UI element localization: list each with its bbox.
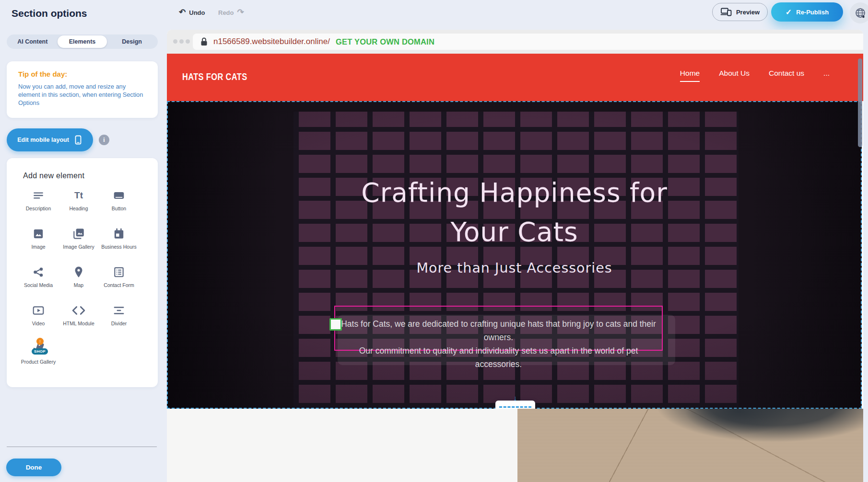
site-nav: Home About Us Contact us ... [680,69,830,82]
next-section-background [167,409,517,482]
element-label: Image Gallery [63,244,94,250]
add-element-map[interactable]: Map [59,264,99,303]
get-domain-link[interactable]: GET YOUR OWN DOMAIN [336,37,434,46]
add-element-image-gallery[interactable]: Image Gallery [59,226,99,264]
devices-icon [720,7,732,17]
add-element-business-hours[interactable]: Business Hours [99,226,139,264]
add-element-image[interactable]: Image [18,226,59,264]
check-icon: ✓ [786,8,792,17]
video-icon [32,303,45,318]
lock-icon [200,37,208,46]
page-title: Section options [12,8,87,19]
nav-home[interactable]: Home [680,69,700,82]
add-element-heading[interactable]: Tt Heading [59,188,99,226]
element-label: Contact Form [104,282,134,288]
element-label: Heading [69,206,88,212]
tip-heading: Tip of the day: [18,70,67,78]
resize-dashed-line [499,406,531,408]
add-element-card: Add new element Description Tt Heading B… [7,158,158,387]
next-section-photo [517,409,863,482]
business-hours-icon [113,226,125,241]
product-gallery-icon: ↑ SHOP [28,341,49,356]
browser-dot-icon [179,39,184,44]
description-text: Hats for Cats, we are dedicated to craft… [340,317,657,371]
nav-more[interactable]: ... [823,69,830,82]
contact-form-icon [113,264,125,280]
button-icon [112,188,126,203]
browser-dot-icon [186,39,190,44]
tip-body: Now you can add, move and resize any ele… [18,82,147,107]
element-label: HTML Module [63,321,94,327]
add-element-title: Add new element [23,172,84,180]
add-element-description[interactable]: Description [18,188,59,226]
site-logo[interactable]: HATS FOR CATS [182,71,247,82]
site-url[interactable]: n1566589.websitebuilder.online/ [213,37,330,46]
element-label: Social Media [24,282,53,288]
editor-window: Section options AI Content Elements Desi… [0,0,868,482]
preview-label: Preview [736,9,760,16]
element-label: Map [74,282,83,288]
description-element-selected[interactable]: Hats for Cats, we are dedicated to craft… [334,306,663,351]
add-element-social-media[interactable]: Social Media [18,264,59,303]
republish-button[interactable]: ✓ Re-Publish [771,2,843,22]
divider-icon [113,303,125,318]
html-module-icon [72,303,85,318]
panel-divider [7,447,157,447]
edit-mobile-layout-label: Edit mobile layout [17,137,69,143]
republish-label: Re-Publish [796,9,829,16]
browser-dot-icon [173,39,177,44]
image-gallery-icon [72,226,85,241]
element-label: Business Hours [101,244,137,250]
scrollbar-thumb[interactable] [858,58,862,147]
element-label: Video [32,321,45,327]
element-label: Product Gallery [21,359,56,365]
image-icon [32,226,45,241]
arrow-down-icon: ↓ [514,395,517,401]
phone-icon [74,135,82,145]
address-bar: n1566589.websitebuilder.online/ GET YOUR… [193,34,863,50]
description-line2: Our commitment to quality and individual… [340,344,657,371]
info-icon[interactable]: i [99,135,109,145]
heading-icon: Tt [74,188,83,203]
tab-elements[interactable]: Elements [58,35,107,48]
element-grid: Description Tt Heading Button Image [18,188,139,379]
hero-section-selected[interactable]: Crafting Happiness for Your Cats More th… [167,101,862,409]
shop-badge: SHOP [32,348,48,355]
globe-icon[interactable] [850,2,868,23]
redo-button[interactable]: Redo ↷ [218,8,244,17]
site-header: HATS FOR CATS Home About Us Contact us .… [167,54,863,101]
undo-icon: ↶ [179,8,186,17]
map-icon [73,264,84,280]
add-element-contact-form[interactable]: Contact Form [99,264,139,303]
element-label: Divider [111,321,127,327]
tip-of-the-day-card: Tip of the day: Now you can add, move an… [7,61,158,118]
undo-label: Undo [189,9,205,16]
nav-about-us[interactable]: About Us [719,69,750,82]
description-icon [32,188,45,203]
hero-heading[interactable]: Crafting Happiness for Your Cats [168,173,861,252]
tab-design[interactable]: Design [107,35,157,48]
element-label: Description [26,206,51,212]
site-canvas: n1566589.websitebuilder.online/ GET YOUR… [167,30,863,482]
description-line1: Hats for Cats, we are dedicated to craft… [340,317,657,344]
nav-contact-us[interactable]: Contact us [769,69,804,82]
add-element-button[interactable]: Button [99,188,139,226]
hero-subheading[interactable]: More than Just Accessories [168,260,861,276]
add-element-divider[interactable]: Divider [99,303,139,341]
redo-label: Redo [218,9,234,16]
panel-tabs: AI Content Elements Design [7,34,158,49]
tab-ai-content[interactable]: AI Content [8,35,58,48]
redo-icon: ↷ [237,8,244,17]
add-element-product-gallery[interactable]: ↑ SHOP Product Gallery [18,341,59,379]
undo-button[interactable]: ↶ Undo [179,8,205,17]
preview-button[interactable]: Preview [712,3,768,21]
add-element-html-module[interactable]: HTML Module [59,303,99,341]
done-button[interactable]: Done [6,459,61,476]
element-label: Button [112,206,126,212]
upgrade-badge-icon: ↑ [36,338,44,345]
edit-mobile-layout-button[interactable]: Edit mobile layout [7,128,93,151]
hero-heading-line1: Crafting Happiness for [168,173,861,212]
hero-heading-line2: Your Cats [168,212,861,252]
element-label: Image [31,244,45,250]
add-element-video[interactable]: Video [18,303,59,341]
